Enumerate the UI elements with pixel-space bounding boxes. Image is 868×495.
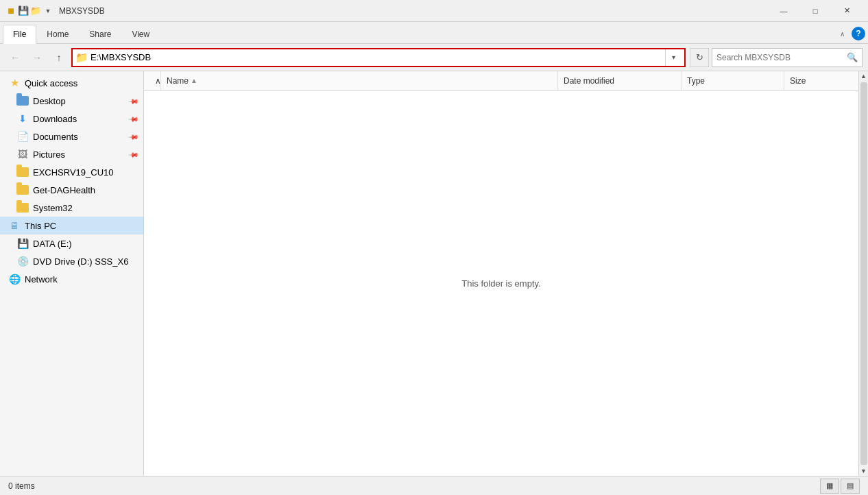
- downloads-icon: ⬇: [16, 112, 29, 125]
- sidebar-item-label: Get-DAGHealth: [33, 185, 138, 195]
- this-pc-icon: 🖥: [8, 219, 21, 232]
- app-icon-folder: 📁: [30, 5, 41, 16]
- dvd-icon: 💿: [16, 255, 29, 267]
- sidebar-item-label: DVD Drive (D:) SSS_X6: [33, 256, 138, 267]
- sidebar-item-quick-access[interactable]: ★ Quick access: [0, 74, 143, 92]
- col-type-label: Type: [687, 76, 705, 86]
- col-header-date[interactable]: Date modified: [558, 71, 682, 90]
- sidebar-item-exchsrv19[interactable]: EXCHSRV19_CU10: [0, 163, 143, 181]
- ribbon-tabs: File Home Share View ∧ ?: [0, 22, 868, 44]
- app-icon-dropdown[interactable]: ▼: [43, 5, 53, 16]
- search-bar: 🔍: [712, 48, 863, 67]
- scroll-thumb[interactable]: [860, 82, 867, 465]
- view-toggle-buttons: ▦ ▤: [820, 479, 860, 494]
- scroll-down-button[interactable]: ▼: [859, 466, 869, 476]
- item-count: 0 items: [8, 481, 35, 491]
- sidebar-item-downloads[interactable]: ⬇ Downloads 📌: [0, 110, 143, 128]
- empty-folder-message: This folder is empty.: [461, 278, 540, 289]
- sidebar-item-dvd-drive[interactable]: 💿 DVD Drive (D:) SSS_X6: [0, 252, 143, 270]
- help-button[interactable]: ?: [852, 27, 865, 40]
- sidebar-item-label: Pictures: [33, 149, 125, 160]
- search-input[interactable]: [716, 53, 844, 62]
- sidebar-item-label: DATA (E:): [33, 239, 138, 249]
- quick-access-icon: ★: [8, 77, 21, 89]
- window-controls: — □ ✕: [768, 0, 863, 22]
- window-title: MBXSYSDB: [59, 6, 768, 16]
- pin-icon: 📌: [128, 113, 139, 124]
- address-folder-icon: 📁: [75, 51, 88, 64]
- view-large-icon: ▤: [847, 481, 854, 490]
- tab-file[interactable]: File: [3, 25, 36, 44]
- dropdown-arrow-icon: ▾: [672, 53, 675, 61]
- main-layout: ★ Quick access Desktop 📌 ⬇ Downloads 📌 📄…: [0, 71, 868, 476]
- refresh-icon: ↻: [696, 52, 703, 62]
- col-header-name[interactable]: Name ▲: [161, 71, 558, 90]
- file-area: ∧ Name ▲ Date modified Type Size This fo…: [144, 71, 858, 476]
- right-scrollbar: ▲ ▼: [858, 71, 868, 476]
- sidebar-item-label: This PC: [25, 221, 138, 231]
- address-dropdown-button[interactable]: ▾: [665, 49, 682, 66]
- folder-icon: [16, 166, 29, 178]
- sidebar-item-desktop[interactable]: Desktop 📌: [0, 92, 143, 110]
- pin-icon: 📌: [128, 95, 139, 106]
- app-icon-floppy: 💾: [18, 5, 29, 16]
- view-details-icon: ▦: [826, 481, 833, 490]
- folder-icon: [16, 184, 29, 196]
- address-input[interactable]: [91, 52, 665, 62]
- up-button[interactable]: ↑: [49, 48, 69, 67]
- scroll-up-button[interactable]: ▲: [859, 71, 869, 81]
- search-button[interactable]: 🔍: [847, 52, 858, 62]
- sidebar-item-network[interactable]: 🌐 Network: [0, 270, 143, 288]
- status-bar: 0 items ▦ ▤: [0, 476, 868, 495]
- column-headers: ∧ Name ▲ Date modified Type Size: [144, 71, 858, 90]
- sidebar-item-label: Desktop: [33, 96, 125, 106]
- pictures-icon: 🖼: [16, 148, 29, 160]
- file-content: This folder is empty.: [144, 90, 858, 476]
- pin-icon: 📌: [128, 149, 139, 160]
- col-expand-icon: ∧: [155, 76, 161, 86]
- documents-icon: 📄: [16, 130, 29, 143]
- sidebar-item-label: Documents: [33, 132, 125, 142]
- sidebar-item-data-e[interactable]: 💾 DATA (E:): [0, 234, 143, 252]
- forward-button[interactable]: →: [27, 48, 47, 67]
- col-date-label: Date modified: [564, 76, 614, 86]
- refresh-button[interactable]: ↻: [690, 48, 709, 67]
- sidebar-item-pictures[interactable]: 🖼 Pictures 📌: [0, 145, 143, 163]
- close-button[interactable]: ✕: [831, 0, 863, 22]
- sidebar-item-label: Quick access: [25, 78, 138, 88]
- desktop-icon: [16, 95, 29, 107]
- back-button[interactable]: ←: [5, 48, 25, 67]
- col-size-label: Size: [790, 76, 806, 86]
- pin-icon: 📌: [128, 131, 139, 142]
- network-icon: 🌐: [8, 273, 21, 285]
- folder-icon: [16, 202, 29, 214]
- sidebar-item-this-pc[interactable]: 🖥 This PC: [0, 217, 143, 234]
- tab-share[interactable]: Share: [79, 25, 121, 43]
- col-header-type[interactable]: Type: [682, 71, 784, 90]
- sidebar-item-label: EXCHSRV19_CU10: [33, 167, 138, 178]
- title-bar: ■ 💾 📁 ▼ MBXSYSDB — □ ✕: [0, 0, 868, 22]
- minimize-button[interactable]: —: [768, 0, 799, 22]
- sidebar-item-label: Downloads: [33, 114, 125, 124]
- tab-home[interactable]: Home: [36, 25, 79, 43]
- sidebar-item-get-dag[interactable]: Get-DAGHealth: [0, 181, 143, 199]
- col-name-label: Name: [167, 76, 189, 86]
- ribbon-expand-button[interactable]: ∧: [837, 29, 847, 39]
- sort-indicator-col[interactable]: ∧: [149, 71, 161, 90]
- address-bar[interactable]: 📁 ▾: [71, 48, 686, 67]
- up-icon: ↑: [57, 52, 62, 63]
- sidebar-item-system32[interactable]: System32: [0, 199, 143, 217]
- ribbon-help-area: ∧ ?: [837, 27, 865, 43]
- maximize-button[interactable]: □: [799, 0, 831, 22]
- sidebar-item-documents[interactable]: 📄 Documents 📌: [0, 128, 143, 145]
- app-icon-yellow: ■: [5, 5, 16, 16]
- view-large-icon-button[interactable]: ▤: [841, 479, 860, 494]
- title-bar-icons: ■ 💾 📁 ▼: [5, 5, 53, 16]
- tab-view[interactable]: View: [121, 25, 160, 43]
- address-bar-container: ← → ↑ 📁 ▾ ↻ 🔍: [0, 44, 868, 71]
- sidebar: ★ Quick access Desktop 📌 ⬇ Downloads 📌 📄…: [0, 71, 144, 476]
- drive-icon: 💾: [16, 237, 29, 250]
- view-details-button[interactable]: ▦: [820, 479, 839, 494]
- sort-asc-icon: ▲: [191, 77, 197, 84]
- col-header-size[interactable]: Size: [784, 71, 853, 90]
